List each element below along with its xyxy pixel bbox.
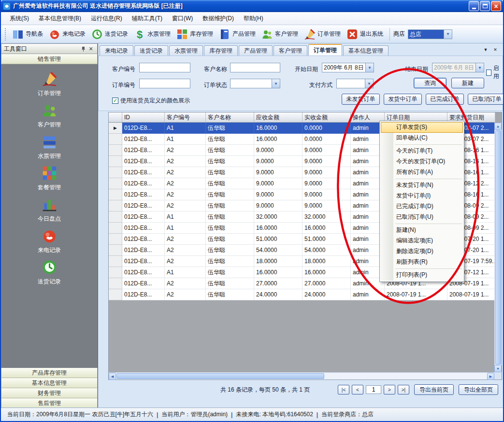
query-button[interactable]: 查询 xyxy=(414,78,446,88)
order-status-select[interactable]: ▼ xyxy=(230,79,280,88)
menu-item-runtime-info[interactable]: 运行信息(R) xyxy=(86,12,127,25)
toolbar-button-inventory[interactable]: 库存管理 xyxy=(173,27,216,42)
store-select[interactable]: 总店 ▼ xyxy=(408,29,452,39)
chevron-down-icon[interactable]: ▼ xyxy=(365,63,374,72)
order-no-input[interactable] xyxy=(139,79,190,88)
tab-delivery-record[interactable]: 送货记录 xyxy=(134,45,168,56)
next-page-button[interactable]: > xyxy=(384,385,395,394)
sidebar-group-sales[interactable]: 销售管理 xyxy=(1,54,98,64)
new-button[interactable]: 新建 xyxy=(451,78,484,88)
context-menu-item-unshipped-orders[interactable]: 未发货订单(N) xyxy=(381,180,463,191)
row-selector[interactable] xyxy=(109,134,122,145)
context-menu-item-edit-selected[interactable]: 编辑选定项(E) xyxy=(381,236,463,246)
toolbar-button-water-ticket[interactable]: $水票管理 xyxy=(131,27,173,42)
context-menu-item-refresh-list[interactable]: 刷新列表(R) xyxy=(381,257,463,267)
chevron-down-icon[interactable]: ▼ xyxy=(444,30,452,39)
shipping-orders-button[interactable]: 发货中订单 xyxy=(384,94,422,105)
sidebar-group-finance[interactable]: 财务管理 xyxy=(1,388,98,398)
toolbar-button-exit[interactable]: 退出系统 xyxy=(344,27,386,42)
row-selector[interactable] xyxy=(109,211,122,223)
customer-no-input[interactable] xyxy=(139,63,190,72)
context-menu-item-new[interactable]: 新建(N) xyxy=(381,225,463,236)
row-selector[interactable] xyxy=(109,200,122,211)
sidebar-item-water-ticket[interactable]: 水票管理 xyxy=(38,134,61,160)
sidebar-item-customer[interactable]: 客户管理 xyxy=(38,102,61,129)
column-header-customer-no[interactable]: 客户编号 xyxy=(165,113,206,123)
row-selector[interactable] xyxy=(109,178,122,189)
menu-item-window[interactable]: 窗口(W) xyxy=(167,12,198,25)
minimize-button[interactable] xyxy=(469,1,479,11)
maximize-button[interactable] xyxy=(480,1,490,11)
tab-incoming-call[interactable]: 来电记录 xyxy=(100,45,133,56)
chevron-down-icon[interactable]: ▼ xyxy=(272,79,280,88)
title-bar[interactable]: 广州爱奇迪软件科技有限公司 送水进销存管理系统网络版 [已注册] × xyxy=(1,0,503,12)
context-menu-item-print-list[interactable]: 打印列表(P) xyxy=(381,270,463,281)
sidebar-item-combo-meal[interactable]: 套餐管理 xyxy=(38,165,61,192)
context-menu-item-confirm-receipt[interactable]: 回单确认(C) xyxy=(381,133,463,143)
tab-customer[interactable]: 客户管理 xyxy=(274,45,307,56)
toolbar-button-incoming-call[interactable]: 来电记录 xyxy=(46,27,88,42)
context-menu-item-shipping-orders[interactable]: 发货中订单(I) xyxy=(381,191,463,201)
sidebar-item-delivery-record[interactable]: 送货记录 xyxy=(38,259,61,286)
page-number-input[interactable] xyxy=(366,385,381,394)
pay-method-select[interactable]: ▼ xyxy=(336,79,374,88)
sidebar-group-after-sales[interactable]: 售后管理 xyxy=(1,398,98,408)
close-icon[interactable]: ✕ xyxy=(87,45,95,53)
close-button[interactable]: × xyxy=(491,1,501,11)
scroll-up-button[interactable]: ▲ xyxy=(494,123,502,130)
horizontal-scroll-thumb[interactable] xyxy=(116,373,324,379)
context-menu-item-today-orders[interactable]: 今天的订单(T) xyxy=(381,146,463,156)
export-current-page-button[interactable]: 导出当前页 xyxy=(414,384,454,395)
row-selector[interactable] xyxy=(109,156,122,167)
first-page-button[interactable]: |< xyxy=(338,385,349,394)
sidebar-item-daily-check[interactable]: 今日盘点 xyxy=(38,197,61,223)
column-header-receivable[interactable]: 应收金额 xyxy=(254,113,302,123)
context-menu-item-completed-orders[interactable]: 已完成订单(D) xyxy=(381,201,463,212)
pin-icon[interactable] xyxy=(79,45,87,53)
chevron-down-icon[interactable]: ▼ xyxy=(365,79,373,88)
sidebar-item-order[interactable]: 订单管理 xyxy=(38,71,61,98)
table-row[interactable]: 012D-E8...A2伍华聪24.000024.0000admin2008-0… xyxy=(109,289,494,300)
row-selector[interactable] xyxy=(109,289,122,300)
sidebar-group-basic-info[interactable]: 基本信息管理 xyxy=(1,378,98,388)
sidebar-item-incoming-call[interactable]: 来电记录 xyxy=(38,228,61,254)
context-menu-item-delete-selected[interactable]: 删除选定项(D) xyxy=(381,246,463,257)
tab-basic-info[interactable]: 基本信息管理 xyxy=(343,45,389,56)
row-selector[interactable] xyxy=(109,245,122,256)
row-selector[interactable] xyxy=(109,189,122,200)
menu-item-system[interactable]: 系统(S) xyxy=(5,12,34,25)
row-selector[interactable] xyxy=(109,145,122,156)
scroll-left-button[interactable]: ◀ xyxy=(109,373,116,380)
tab-product[interactable]: 产品管理 xyxy=(239,45,273,56)
use-courier-color-checkbox[interactable]: 使用送货员定义的颜色展示 xyxy=(112,97,190,105)
context-menu-item-cancelled-orders[interactable]: 已取消订单(U) xyxy=(381,212,463,223)
toolbar-grip[interactable] xyxy=(5,28,7,41)
toolbar-button-product[interactable]: 产品管理 xyxy=(216,27,259,42)
context-menu-item-ship-order[interactable]: 订单发货(S) xyxy=(381,122,463,133)
column-header-id[interactable]: ID xyxy=(122,113,165,123)
horizontal-scrollbar[interactable]: ◀ ▶ xyxy=(109,372,494,380)
menu-item-aux-tools[interactable]: 辅助工具(T) xyxy=(127,12,167,25)
row-selector[interactable] xyxy=(109,234,122,245)
start-date-picker[interactable]: 2009年 6月 8日 ▼ xyxy=(322,63,374,72)
tab-inventory[interactable]: 库存管理 xyxy=(204,45,238,56)
cancelled-orders-button[interactable]: 已取消订单 xyxy=(468,94,504,105)
toolbar-button-customer[interactable]: 客户管理 xyxy=(259,27,301,42)
menu-item-help[interactable]: 帮助(H) xyxy=(239,12,268,25)
context-menu-item-all-orders[interactable]: 所有的订单(A) xyxy=(381,167,463,178)
tab-order[interactable]: 订单管理 xyxy=(308,44,342,56)
toolbar-button-order[interactable]: 订单管理 xyxy=(301,27,344,42)
row-selector[interactable]: ▶ xyxy=(109,123,122,134)
row-selector[interactable] xyxy=(109,223,122,234)
scroll-right-button[interactable]: ▶ xyxy=(487,373,494,380)
column-header-customer-name[interactable]: 客户名称 xyxy=(206,113,254,123)
context-menu-item-today-shipments[interactable]: 今天的发货订单(O) xyxy=(381,156,463,167)
last-page-button[interactable]: >| xyxy=(398,385,409,394)
column-header-received[interactable]: 实收金额 xyxy=(302,113,351,123)
vertical-scrollbar[interactable]: ▲ ▼ xyxy=(494,123,502,372)
sidebar-group-product-inventory[interactable]: 产品库存管理 xyxy=(1,368,98,378)
enable-checkbox[interactable]: 启用 xyxy=(486,64,503,81)
completed-orders-button[interactable]: 已完成订单 xyxy=(426,94,464,105)
tab-water-ticket[interactable]: 水票管理 xyxy=(169,45,203,56)
tab-close-button[interactable]: ✕ xyxy=(491,46,499,53)
